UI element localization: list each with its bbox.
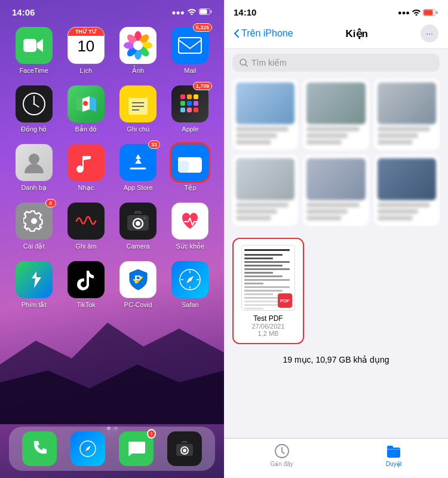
app-label-settings: Cài đặt	[23, 243, 45, 250]
pdf-badge: PDF	[278, 293, 292, 308]
app-appstore[interactable]: 33 App Store	[115, 144, 161, 192]
svg-rect-29	[187, 101, 192, 106]
app-camera[interactable]: Camera	[115, 203, 161, 250]
app-music[interactable]: Nhạc	[63, 144, 109, 192]
pdf-preview: PDF	[241, 245, 295, 311]
blurred-file-1[interactable]	[232, 79, 298, 150]
back-label: Trên iPhone	[241, 28, 293, 39]
status-icons-left: ●●●	[171, 8, 212, 17]
app-voicememo[interactable]: Ghi âm	[63, 203, 109, 250]
tab-browse[interactable]: Duyệt	[386, 443, 402, 467]
svg-rect-25	[180, 94, 185, 99]
nav-bar: Trên iPhone Kiện ···	[224, 21, 448, 49]
back-button[interactable]: Trên iPhone	[234, 28, 293, 39]
svg-rect-30	[194, 101, 198, 106]
app-label-apple: Apple	[182, 125, 198, 133]
storage-text: 19 mục, 10,97 GB khả dụng	[283, 355, 389, 364]
tab-recents[interactable]: Gần đây	[271, 443, 293, 467]
apple-badge: 1,709	[193, 82, 213, 90]
app-health[interactable]: Sức khỏe	[167, 203, 213, 250]
app-shortcuts[interactable]: Phím tắt	[11, 261, 57, 309]
svg-point-56	[183, 449, 186, 452]
app-label-shortcuts: Phím tắt	[22, 301, 47, 309]
app-calendar[interactable]: THỨ TƯ 10 Lịch	[63, 27, 109, 75]
app-label-files: Tệp	[184, 184, 196, 192]
recents-icon	[274, 443, 290, 459]
app-apple[interactable]: 1,709 Apple	[167, 85, 213, 133]
app-label-calendar: Lịch	[80, 67, 93, 75]
blurred-file-6[interactable]	[374, 155, 440, 226]
svg-point-43	[136, 221, 140, 226]
app-label-photos: Ảnh	[132, 67, 144, 75]
dock-messages[interactable]: !	[119, 431, 154, 466]
svg-point-19	[83, 101, 88, 106]
bottom-tab-bar: Gần đây Duyệt	[224, 438, 448, 478]
more-button[interactable]: ···	[421, 24, 438, 42]
svg-rect-21	[128, 93, 148, 98]
svg-line-18	[34, 104, 39, 107]
appstore-badge: 33	[148, 140, 160, 149]
tab-label-recents: Gần đây	[271, 461, 293, 467]
dock-camera[interactable]	[167, 431, 202, 466]
app-contacts[interactable]: Danh bạ	[11, 144, 57, 192]
app-mail[interactable]: 5,325 Mail	[167, 27, 213, 75]
app-notes[interactable]: Ghi chú	[115, 85, 161, 133]
search-icon	[240, 59, 248, 67]
search-placeholder: Tìm kiếm	[251, 58, 287, 68]
app-files[interactable]: Tệp	[167, 144, 213, 192]
app-tiktok[interactable]: TikTok	[63, 261, 109, 309]
svg-rect-3	[23, 39, 36, 52]
svg-rect-62	[387, 448, 400, 458]
signal-icon: ●●●	[171, 8, 185, 17]
app-label-appstore: App Store	[124, 184, 153, 191]
app-label-health: Sức khỏe	[176, 243, 205, 250]
app-safari[interactable]: Safari	[167, 261, 213, 309]
files-grid-blurred	[224, 76, 448, 228]
app-maps[interactable]: Bản đồ	[63, 85, 109, 133]
svg-point-51	[189, 278, 191, 281]
time-right: 14:10	[234, 7, 256, 17]
app-clock[interactable]: Đồng hồ	[11, 85, 57, 133]
app-photos[interactable]: Ảnh	[115, 27, 161, 75]
time-left: 14:06	[12, 7, 35, 17]
svg-point-53	[87, 448, 88, 450]
more-icon: ···	[426, 29, 433, 38]
app-settings[interactable]: 4 Cài đặt	[11, 203, 57, 250]
status-bar-left: 14:06 ●●●	[0, 0, 224, 21]
blurred-file-5[interactable]	[303, 155, 369, 226]
svg-point-40	[31, 218, 37, 224]
svg-rect-59	[424, 10, 433, 15]
app-label-mail: Mail	[184, 67, 196, 74]
browse-icon	[386, 443, 401, 459]
svg-rect-1	[211, 10, 212, 13]
svg-rect-27	[194, 94, 198, 99]
app-label-camera: Camera	[127, 243, 150, 250]
featured-pdf-file[interactable]: PDF Test PDF 27/06/2021 1,2 MB	[232, 238, 304, 344]
svg-rect-39	[190, 158, 201, 173]
app-label-notes: Ghi chú	[127, 125, 149, 133]
svg-rect-28	[180, 101, 185, 106]
battery-icon-left	[199, 8, 212, 17]
dock-safari[interactable]	[70, 431, 105, 466]
battery-icon-right	[423, 9, 438, 16]
svg-point-13	[133, 41, 143, 50]
app-label-clock: Đồng hồ	[21, 125, 47, 133]
app-pccovid[interactable]: P PC-Covid	[115, 261, 161, 309]
blurred-file-2[interactable]	[303, 79, 369, 150]
search-bar[interactable]: Tìm kiếm	[232, 54, 440, 72]
app-grid: FaceTime THỨ TƯ 10 Lịch	[0, 21, 224, 315]
app-label-tiktok: TikTok	[76, 301, 95, 308]
svg-rect-38	[178, 157, 189, 161]
app-label-safari: Safari	[182, 301, 199, 308]
home-screen: 14:06 ●●● FaceTime	[0, 0, 224, 478]
wifi-icon-right	[412, 9, 421, 16]
svg-rect-14	[179, 38, 201, 53]
svg-point-34	[29, 154, 39, 164]
app-label-contacts: Danh bạ	[21, 184, 46, 192]
signal-right: ●●●	[398, 9, 410, 16]
blurred-file-3[interactable]	[374, 79, 440, 150]
blurred-file-4[interactable]	[232, 155, 298, 226]
dock-phone[interactable]	[22, 431, 57, 466]
app-facetime[interactable]: FaceTime	[11, 27, 57, 75]
status-bar-right: 14:10 ●●●	[224, 0, 448, 21]
